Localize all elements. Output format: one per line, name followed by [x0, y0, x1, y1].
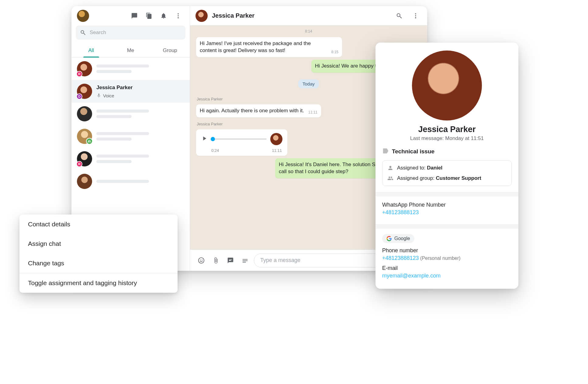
- tabs: All Me Group: [71, 43, 190, 58]
- email-label: E-mail: [382, 265, 512, 271]
- chat-item[interactable]: [71, 170, 190, 193]
- chat-header-name: Jessica Parker: [212, 12, 254, 19]
- emoji-icon[interactable]: [195, 255, 207, 266]
- svg-point-3: [415, 13, 416, 14]
- attach-icon[interactable]: [210, 255, 222, 266]
- day-chip: Today: [298, 79, 319, 88]
- play-button[interactable]: [201, 135, 208, 143]
- chat-header: Jessica Parker: [190, 6, 427, 26]
- voice-elapsed: 0:24: [211, 148, 219, 153]
- chat-item[interactable]: R: [71, 148, 190, 170]
- tag-row: Technical issue: [382, 148, 512, 155]
- new-chat-icon[interactable]: [128, 10, 140, 22]
- current-user-avatar[interactable]: [77, 10, 89, 22]
- menu-assign-chat[interactable]: Assign chat: [19, 234, 178, 253]
- message-time: 11:11: [308, 110, 317, 114]
- wa-number[interactable]: +48123888123: [382, 209, 512, 216]
- voice-avatar: [270, 133, 282, 145]
- svg-point-5: [415, 17, 416, 18]
- mic-icon: [96, 93, 101, 98]
- search-input[interactable]: [90, 30, 181, 36]
- phone-note: (Personal number): [420, 256, 461, 261]
- assignee-badge: R: [76, 71, 82, 77]
- svg-point-6: [199, 257, 204, 263]
- avatar: [77, 106, 92, 121]
- assigned-group: Assigned group: Customer Support: [387, 175, 507, 181]
- quick-reply-icon[interactable]: [225, 255, 236, 266]
- svg-point-0: [178, 13, 179, 15]
- svg-point-8: [202, 259, 202, 260]
- contact-avatar: [412, 51, 482, 120]
- message-time: 8:15: [331, 50, 338, 54]
- notes-icon[interactable]: [239, 255, 251, 266]
- svg-point-7: [200, 259, 201, 260]
- chat-item-sub: Voice: [96, 93, 184, 98]
- chat-item[interactable]: [71, 103, 190, 125]
- menu-contact-details[interactable]: Contact details: [19, 215, 178, 234]
- wa-label: WhatsApp Phone Number: [382, 202, 512, 208]
- whatsapp-section: WhatsApp Phone Number +48123888123: [382, 196, 512, 218]
- search-icon: [80, 30, 86, 36]
- tag-icon: [382, 148, 389, 155]
- sidebar-header: [71, 6, 190, 26]
- menu-toggle-history[interactable]: Toggle assignment and tagging history: [19, 273, 178, 293]
- assigned-to: Assigned to: Daniel: [387, 165, 507, 171]
- contact-name: Jessica Parker: [382, 125, 512, 134]
- voice-time: 11:11: [272, 148, 282, 153]
- chat-header-avatar[interactable]: [195, 10, 208, 22]
- contact-last-message: Last message: Monday at 11:51: [382, 135, 512, 141]
- copy-icon[interactable]: [143, 10, 155, 22]
- assignment-box: Assigned to: Daniel Assigned group: Cust…: [382, 160, 512, 186]
- assignee-badge: R: [76, 161, 82, 167]
- phone-label: Phone number: [382, 247, 512, 254]
- menu-change-tags[interactable]: Change tags: [19, 253, 178, 273]
- context-menu: Contact details Assign chat Change tags …: [19, 215, 178, 293]
- search-in-chat-icon[interactable]: [393, 10, 405, 22]
- tag-text: Technical issue: [392, 148, 434, 155]
- search-wrap: [71, 26, 190, 43]
- chat-more-icon[interactable]: [410, 10, 422, 22]
- assignee-badge: D: [76, 93, 82, 99]
- chat-item-title: Jessica Parker: [96, 85, 184, 91]
- avatar: [77, 174, 92, 189]
- message-timestamp: 8:14: [305, 29, 312, 33]
- group-badge-icon: [86, 138, 93, 145]
- tab-group[interactable]: Group: [150, 43, 190, 57]
- phone-number[interactable]: +48123888123: [382, 255, 419, 261]
- message-text: Hi James! I've just received the package…: [200, 40, 327, 54]
- tab-me[interactable]: Me: [111, 43, 150, 57]
- svg-point-2: [178, 17, 179, 19]
- more-vert-icon[interactable]: [172, 10, 184, 22]
- chat-item[interactable]: [71, 125, 190, 148]
- message-text: Hi again. Actually there is one problem …: [200, 107, 304, 114]
- chat-item-selected[interactable]: D Jessica Parker Voice: [71, 80, 190, 103]
- google-chip: Google: [382, 234, 414, 243]
- contact-details-card: Jessica Parker Last message: Monday at 1…: [375, 43, 518, 289]
- tab-all[interactable]: All: [71, 43, 111, 57]
- svg-point-4: [415, 15, 416, 16]
- google-section: Google Phone number +48123888123 (Person…: [382, 229, 512, 281]
- chat-item[interactable]: R: [71, 58, 190, 80]
- google-logo-icon: [386, 236, 392, 241]
- search-field[interactable]: [76, 26, 185, 40]
- voice-track[interactable]: [211, 138, 267, 140]
- email-value[interactable]: myemail@example.com: [382, 273, 512, 279]
- svg-point-1: [178, 15, 179, 16]
- bell-icon[interactable]: [157, 10, 170, 22]
